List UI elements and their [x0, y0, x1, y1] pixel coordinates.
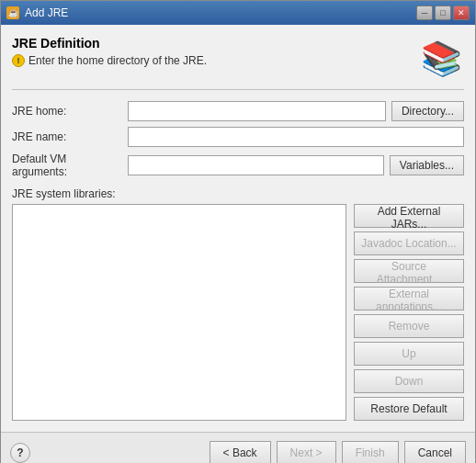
- warning-icon: !: [12, 54, 25, 67]
- directory-button[interactable]: Directory...: [391, 101, 464, 121]
- title-controls: ─ □ ✕: [416, 6, 470, 20]
- minimize-button[interactable]: ─: [416, 6, 433, 20]
- jre-name-label: JRE name:: [12, 130, 122, 143]
- libraries-label: JRE system libraries:: [12, 187, 464, 200]
- default-vm-input[interactable]: [128, 155, 384, 175]
- bottom-buttons: < Back Next > Finish Cancel: [210, 441, 466, 464]
- window-title: Add JRE: [25, 6, 68, 19]
- bottom-left: ?: [10, 443, 30, 463]
- page-title: JRE Definition: [12, 36, 207, 51]
- header-subtitle-text: Enter the home directory of the JRE.: [28, 54, 207, 67]
- window-icon: ☕: [6, 6, 19, 19]
- restore-default-button[interactable]: Restore Default: [354, 397, 464, 421]
- jre-name-input[interactable]: [128, 127, 464, 147]
- jre-home-row: JRE home: Directory...: [12, 101, 464, 121]
- title-bar: ☕ Add JRE ─ □ ✕: [1, 1, 475, 25]
- jre-home-label: JRE home:: [12, 105, 122, 118]
- maximize-button[interactable]: □: [435, 6, 451, 20]
- jre-name-row: JRE name:: [12, 127, 464, 147]
- variables-button[interactable]: Variables...: [390, 155, 464, 175]
- libraries-content: Add External JARs... Javadoc Location...…: [12, 204, 464, 421]
- help-button[interactable]: ?: [10, 443, 30, 463]
- source-attachment-button[interactable]: Source Attachment...: [354, 259, 464, 283]
- cancel-button[interactable]: Cancel: [404, 441, 466, 464]
- default-vm-label: Default VM arguments:: [12, 152, 122, 178]
- libraries-section: JRE system libraries: Add External JARs.…: [12, 187, 464, 421]
- libraries-buttons: Add External JARs... Javadoc Location...…: [354, 204, 464, 421]
- form-section: JRE home: Directory... JRE name: Default…: [12, 101, 464, 178]
- add-external-jars-button[interactable]: Add External JARs...: [354, 204, 464, 228]
- bottom-bar: ? < Back Next > Finish Cancel: [1, 432, 475, 463]
- up-button[interactable]: Up: [354, 342, 464, 366]
- remove-button[interactable]: Remove: [354, 314, 464, 338]
- next-button[interactable]: Next >: [277, 441, 336, 464]
- header-left: JRE Definition ! Enter the home director…: [12, 36, 207, 67]
- close-button[interactable]: ✕: [453, 6, 470, 20]
- header-section: JRE Definition ! Enter the home director…: [12, 36, 464, 90]
- finish-button[interactable]: Finish: [342, 441, 399, 464]
- libraries-list[interactable]: [12, 204, 346, 421]
- header-books-icon: 📚: [418, 36, 464, 82]
- content-area: JRE Definition ! Enter the home director…: [1, 25, 475, 432]
- javadoc-location-button[interactable]: Javadoc Location...: [354, 232, 464, 255]
- title-bar-left: ☕ Add JRE: [6, 6, 68, 19]
- back-button[interactable]: < Back: [210, 441, 271, 464]
- down-button[interactable]: Down: [354, 369, 464, 393]
- external-annotations-button[interactable]: External annotations...: [354, 287, 464, 311]
- default-vm-row: Default VM arguments: Variables...: [12, 152, 464, 178]
- books-image: 📚: [421, 42, 462, 75]
- jre-home-input[interactable]: [128, 101, 386, 121]
- header-subtitle: ! Enter the home directory of the JRE.: [12, 54, 207, 67]
- add-jre-window: ☕ Add JRE ─ □ ✕ JRE Definition ! Enter t…: [0, 0, 476, 463]
